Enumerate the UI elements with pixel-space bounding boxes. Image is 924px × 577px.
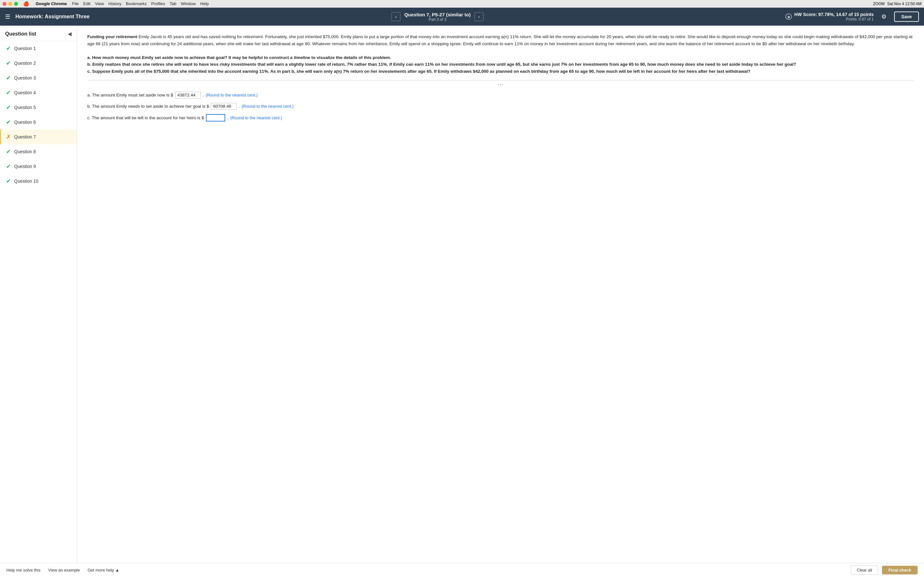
hw-score-label: HW Score: [795,12,817,17]
question-passage: Funding your retirement Emily Jacob is 4… [87,33,914,75]
sidebar-item-question-8[interactable]: ✔Question 8 [0,144,77,159]
hw-name: Assignment Three [45,14,90,19]
time-display: Sat Nov 4 12:50 AM [887,2,921,6]
answer-c-hint: (Round to the nearest cent.) [230,115,282,120]
save-button[interactable]: Save [894,11,919,22]
menubar-right: ZOOM Sat Nov 4 12:50 AM [873,2,921,6]
menu-bar-items: File Edit View History Bookmarks Profile… [72,1,209,6]
sidebar-header: Question list ◀ [0,26,77,41]
apple-icon: 🍎 [23,1,29,7]
divider-dots: • • • [87,83,914,87]
main-layout: Question list ◀ ✔Question 1✔Question 2✔Q… [0,26,924,563]
check-icon: ✔ [6,45,11,52]
check-icon: ✔ [6,104,11,111]
sidebar-title: Question list [5,31,36,37]
points-info: Points: 0.67 of 1 [795,17,874,21]
answer-c-label: c. The amount that will be left in the a… [87,115,204,120]
sidebar-item-question-2[interactable]: ✔Question 2 [0,56,77,71]
menu-file[interactable]: File [72,1,79,6]
maximize-button[interactable] [14,2,18,6]
passage-title: Funding your retirement [87,34,137,39]
menu-window[interactable]: Window [181,1,196,6]
minimize-button[interactable] [8,2,12,6]
sidebar-item-question-7[interactable]: ✗Question 7 [0,129,77,144]
help-solve-link[interactable]: Help me solve this [6,568,40,572]
sidebar-item-question-4[interactable]: ✔Question 4 [0,85,77,100]
points-value: 0.67 of 1 [859,17,874,21]
answer-c-input[interactable] [206,114,225,121]
score-circle-icon: ◑ [785,13,792,20]
hamburger-menu[interactable]: ☰ [5,13,10,20]
question-label-9: Question 9 [14,164,36,169]
answer-b-label: b. The amount Emily needs to set aside t… [87,104,209,109]
answer-a-hint: (Round to the nearest cent.) [206,93,258,97]
sidebar-item-question-6[interactable]: ✔Question 6 [0,115,77,129]
partial-icon: ✗ [6,133,11,140]
part-b-question: b. Emily realizes that once she retires … [87,62,796,67]
menu-profiles[interactable]: Profiles [151,1,165,6]
question-label-8: Question 8 [14,149,36,154]
section-divider [87,80,914,81]
menu-view[interactable]: View [95,1,104,6]
final-check-button[interactable]: Final check [882,566,918,574]
menu-bookmarks[interactable]: Bookmarks [126,1,147,6]
question-info: Question 7, P5-27 (similar to) Part 3 of… [404,12,471,22]
answer-row-c: c. The amount that will be left in the a… [87,114,914,121]
check-icon: ✔ [6,89,11,96]
settings-button[interactable]: ⚙ [879,11,889,22]
check-icon: ✔ [6,177,11,185]
answer-b-value: 60708.46 [211,103,236,110]
check-icon: ✔ [6,60,11,67]
answer-row-b: b. The amount Emily needs to set aside t… [87,103,914,110]
sidebar-item-question-10[interactable]: ✔Question 10 [0,174,77,189]
next-question-button[interactable]: › [475,12,483,21]
close-button[interactable] [3,2,6,6]
menu-help[interactable]: Help [200,1,209,6]
answer-b-hint: (Round to the nearest cent.) [242,104,294,109]
traffic-lights [3,2,18,6]
app-topbar: ☰ Homework: Assignment Three ‹ Question … [0,8,924,26]
answer-row-a: a. The amount Emily must set aside now i… [87,92,914,98]
answer-c-period: . [227,115,228,120]
hw-score-number: 97.78%, 14.67 of 15 points [819,12,874,17]
passage-text: Emily Jacob is 45 years old and has save… [87,34,913,46]
question-label-6: Question 6 [14,119,36,125]
sidebar-item-question-1[interactable]: ✔Question 1 [0,41,77,56]
question-list: ✔Question 1✔Question 2✔Question 3✔Questi… [0,41,77,189]
hw-score-section: ◑ HW Score: 97.78%, 14.67 of 15 points P… [785,12,874,21]
question-label-2: Question 2 [14,61,36,66]
sidebar: Question list ◀ ✔Question 1✔Question 2✔Q… [0,26,77,563]
hw-title: Homework: Assignment Three [15,14,89,19]
points-label: Points: [846,17,858,21]
question-label-4: Question 4 [14,90,36,95]
prev-question-button[interactable]: ‹ [391,12,401,21]
bottom-bar: Help me solve this View an example Get m… [0,563,924,577]
nav-center: ‹ Question 7, P5-27 (similar to) Part 3 … [95,12,780,22]
sidebar-item-question-9[interactable]: ✔Question 9 [0,159,77,174]
zoom-label: ZOOM [873,2,885,6]
question-title: Question 7, P5-27 (similar to) [404,12,471,17]
mac-menubar: 🍎 Google Chrome File Edit View History B… [0,0,924,8]
menu-history[interactable]: History [108,1,121,6]
check-icon: ✔ [6,119,11,126]
answer-a-value: 43872.44 [175,92,201,98]
sidebar-item-question-5[interactable]: ✔Question 5 [0,100,77,115]
menu-tab[interactable]: Tab [170,1,176,6]
get-help-link[interactable]: Get more help ▲ [87,568,120,572]
sidebar-item-question-3[interactable]: ✔Question 3 [0,71,77,85]
question-label-1: Question 1 [14,46,36,51]
question-label-3: Question 3 [14,75,36,81]
answer-a-period: . [203,93,204,97]
collapse-sidebar-button[interactable]: ◀ [68,31,71,37]
check-icon: ✔ [6,163,11,170]
score-text: HW Score: 97.78%, 14.67 of 15 points Poi… [795,12,874,21]
menu-edit[interactable]: Edit [83,1,90,6]
answer-b-period: . [238,104,240,109]
bottom-right-actions: Clear all Final check [851,566,918,575]
content-area: Funding your retirement Emily Jacob is 4… [77,26,924,563]
check-icon: ✔ [6,148,11,155]
check-icon: ✔ [6,74,11,81]
clear-all-button[interactable]: Clear all [851,566,879,575]
answer-a-label: a. The amount Emily must set aside now i… [87,93,173,97]
view-example-link[interactable]: View an example [48,568,80,572]
